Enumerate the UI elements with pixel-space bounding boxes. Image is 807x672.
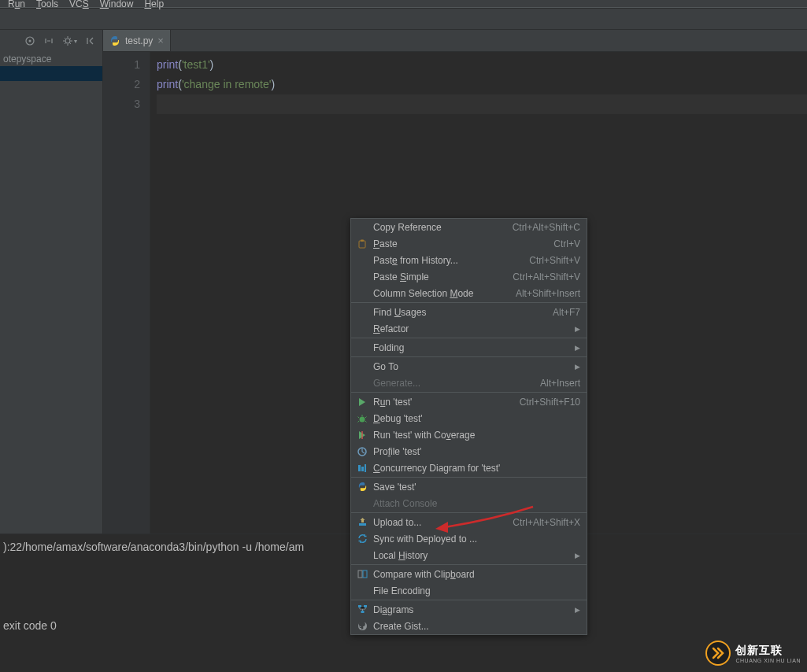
diagram-icon [356,604,368,615]
github-icon [356,621,368,631]
concurrency-icon [356,463,368,473]
ctx-folding[interactable]: Folding▶ [351,339,587,356]
python-icon [356,482,368,492]
ctx-paste-history[interactable]: Paste from History...Ctrl+Shift+V [351,252,587,268]
ctx-coverage[interactable]: Run 'test' with Coverage [351,426,587,443]
profile-icon [356,447,368,456]
project-tree-item-selected[interactable] [0,66,102,81]
svg-rect-8 [361,467,364,471]
ctx-attach-console: Attach Console [351,495,587,511]
svg-rect-13 [358,605,361,607]
svg-rect-12 [363,570,367,578]
ctx-refactor[interactable]: Refactor▶ [351,320,587,337]
ctx-file-encoding[interactable]: File Encoding [351,582,587,599]
editor-tabs: test.py × [103,30,807,52]
ctx-sync[interactable]: Sync with Deployed to ... [351,530,587,547]
svg-rect-15 [361,611,364,613]
menu-help[interactable]: Help [144,0,164,9]
project-tree-item[interactable]: otepyspace [0,52,102,66]
gear-icon[interactable]: ▾ [62,35,77,46]
coverage-icon [356,430,368,440]
line-gutter: 1 2 3 [103,52,150,534]
ctx-upload[interactable]: Upload to...Ctrl+Alt+Shift+X [351,514,587,530]
code-line: print('change in remote') [157,75,807,94]
ctx-run[interactable]: Run 'test'Ctrl+Shift+F10 [351,393,587,410]
ctx-debug[interactable]: Debug 'test' [351,410,587,426]
ctx-concurrency[interactable]: Concurrency Diagram for 'test' [351,460,587,476]
tab-filename: test.py [125,35,153,46]
ctx-paste[interactable]: PasteCtrl+V [351,235,587,252]
target-icon[interactable] [24,35,35,46]
collapse-icon[interactable] [43,35,54,46]
ctx-copy-reference[interactable]: Copy ReferenceCtrl+Alt+Shift+C [351,219,587,235]
svg-rect-4 [361,239,364,242]
paste-icon [356,238,368,249]
ctx-local-history[interactable]: Local History▶ [351,547,587,563]
compare-icon [356,569,368,579]
ctx-create-gist[interactable]: Create Gist... [351,618,587,634]
menu-tools[interactable]: Tools [36,0,58,9]
project-toolbar: ▾ [0,30,102,52]
code-line: print('test1') [157,55,807,75]
ctx-find-usages[interactable]: Find UsagesAlt+F7 [351,304,587,320]
svg-rect-3 [359,241,365,248]
ctx-column-selection[interactable]: Column Selection ModeAlt+Shift+Insert [351,285,587,301]
project-tool-window: ▾ otepyspace [0,30,103,534]
breadcrumb-bar [0,8,807,30]
watermark: 创新互联 CHUANG XIN HU LIAN [705,641,801,666]
watermark-logo-icon [705,641,731,666]
main-menu-bar: Run Tools VCS Window Help [0,0,807,8]
upload-icon [356,517,368,527]
menu-run[interactable]: Run [8,0,25,9]
ctx-profile[interactable]: Profile 'test' [351,443,587,460]
ctx-diagrams[interactable]: Diagrams▶ [351,601,587,618]
svg-rect-14 [364,605,367,607]
editor-tab[interactable]: test.py × [103,30,171,51]
ctx-goto[interactable]: Go To▶ [351,358,587,375]
ctx-save[interactable]: Save 'test' [351,478,587,495]
svg-point-2 [65,39,70,43]
python-file-icon [109,35,120,46]
svg-point-5 [360,416,365,422]
svg-rect-11 [358,570,362,578]
tab-close-icon[interactable]: × [157,35,164,46]
menu-vcs[interactable]: VCS [69,0,89,9]
svg-point-1 [29,40,31,42]
sync-icon [356,534,368,544]
svg-rect-10 [359,523,366,526]
hide-icon[interactable] [85,35,96,46]
ctx-generate: Generate...Alt+Insert [351,375,587,391]
code-line [157,94,807,114]
run-icon [356,397,368,407]
svg-rect-9 [365,464,366,472]
menu-window[interactable]: Window [100,0,134,9]
ctx-paste-simple[interactable]: Paste SimpleCtrl+Alt+Shift+V [351,268,587,285]
svg-rect-7 [358,465,361,471]
ctx-compare-clipboard[interactable]: Compare with Clipboard [351,566,587,582]
editor-context-menu: Copy ReferenceCtrl+Alt+Shift+C PasteCtrl… [350,218,587,635]
bug-icon [356,414,368,423]
